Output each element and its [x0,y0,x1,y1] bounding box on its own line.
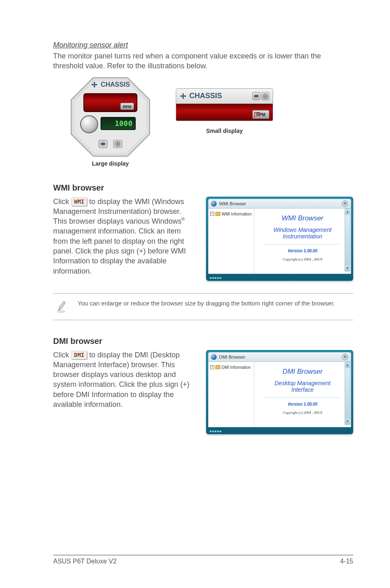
text-fragment: management information. Click an item fr… [53,227,186,275]
chassis-label-text: CHASSIS [101,81,130,88]
wmi-section-title: WMI browser [53,183,353,193]
chassis-label-text: CHASSIS [189,92,222,100]
copyright-text: Copyright (c) 2004 , ASUS [283,257,323,261]
large-display-column: CHASSIS RPM 1000 Large display [69,76,151,167]
content-pane: DMI Browser Desktop Management Interface… [254,362,351,427]
window-title-text: WMI Browser [219,201,246,206]
tree-item-label: DMI Information [222,365,251,370]
wmi-browser-window: WMI Browser ✕ + WMI Information WMI Brow… [206,197,353,281]
divider [265,244,339,245]
window-title-text: DMI Browser [219,355,245,359]
tree-root-item[interactable]: + WMI Information [210,212,252,216]
alert-panel-small: RPM [176,104,273,121]
window-body: + DMI Information DMI Browser Desktop Ma… [208,362,351,427]
svg-marker-14 [58,308,60,310]
dmi-paragraph: Click DMI to display the DMI (Desktop Ma… [53,350,194,410]
tree-item-label: WMI Information [222,212,251,216]
version-text: Version 1.00.00 [288,249,317,253]
text-fragment: Desktop Management [275,380,331,386]
tree-pane: + DMI Information [208,362,254,427]
text-fragment: Click [53,351,71,359]
svg-point-12 [57,310,65,313]
content-subtitle: Windows Management Instrumentation [273,227,332,240]
svg-rect-5 [101,145,105,146]
rpm-chip-small: RPM [252,110,269,119]
panel-mode-icon[interactable] [252,92,260,100]
svg-rect-8 [254,95,259,97]
version-text: Version 1.00.00 [288,402,317,406]
chassis-large-gauge: CHASSIS RPM 1000 [69,76,151,158]
chassis-small-gauge: CHASSIS RPM [176,88,273,121]
folder-icon [215,365,220,369]
tree-root-item[interactable]: + DMI Information [210,365,252,370]
registered-symbol: ® [182,217,185,222]
close-icon [263,94,268,99]
text-fragment: Click [53,197,71,206]
folder-icon [215,212,220,216]
small-display-column: CHASSIS RPM Small display [176,88,273,134]
svg-rect-10 [255,97,258,98]
text-fragment: Interface [291,386,314,393]
scroll-up-button[interactable]: ▲ [345,362,350,368]
dmi-toolbar-button[interactable]: DMI [71,351,87,359]
text-fragment: Instrumentation [283,233,323,240]
panel-close-icon[interactable] [113,140,122,148]
resize-handle[interactable] [210,277,221,279]
content-title: WMI Browser [282,214,323,222]
content-pane: WMI Browser Windows Management Instrumen… [254,209,351,274]
dmi-section-title: DMI browser [53,337,353,346]
pencil-icon [56,299,70,314]
rpm-chip-large: RPM [120,103,134,110]
note-callout: You can enlarge or reduce the browser si… [53,293,353,320]
svg-rect-13 [59,301,65,309]
window-titlebar: WMI Browser ✕ [208,199,351,209]
svg-rect-9 [255,94,258,95]
small-header: CHASSIS [176,88,273,104]
wmi-paragraph: Click WMI to display the WMI (Windows Ma… [53,197,194,276]
chassis-title-large: CHASSIS [69,81,151,88]
divider [265,397,339,398]
dmi-browser-window: DMI Browser ✕ + DMI Information DMI Brow… [206,350,353,434]
text-fragment: Windows Management [273,227,332,233]
resize-handle[interactable] [210,431,221,432]
note-text: You can enlarge or reduce the browser si… [78,299,335,307]
fan-icon [179,92,187,100]
globe-icon [211,201,217,206]
scrollbar[interactable]: ▲ ▼ [345,209,350,272]
window-body: + WMI Information WMI Browser Windows Ma… [208,209,351,274]
large-display-caption: Large display [92,160,129,167]
stack-icon [253,94,259,98]
stack-icon [100,142,106,146]
content-title: DMI Browser [282,368,323,376]
svg-rect-3 [101,143,105,145]
body-paragraph: The monitor panel turns red when a compo… [53,51,353,71]
page-footer: ASUS P6T Deluxe V2 4-15 [53,555,353,565]
copyright-text: Copyright (c) 2004 , ASUS [283,411,323,415]
tree-pane: + WMI Information [208,209,254,274]
panel-mode-icon[interactable] [99,140,108,148]
svg-rect-4 [101,142,105,143]
footer-product: ASUS P6T Deluxe V2 [53,558,117,565]
panel-close-icon[interactable] [261,92,269,100]
close-icon [115,141,120,146]
scroll-up-button[interactable]: ▲ [345,209,350,215]
lcd-value: 1000 [101,117,136,130]
scrollbar[interactable]: ▲ ▼ [345,362,350,425]
section-subheading: Monitoring sensor alert [53,41,353,49]
wmi-toolbar-button[interactable]: WMI [71,197,87,206]
expand-icon[interactable]: + [210,365,214,369]
window-titlebar: DMI Browser ✕ [208,352,351,362]
alert-panel-large: RPM [83,93,137,112]
expand-icon[interactable]: + [210,212,214,216]
small-display-caption: Small display [206,128,242,134]
globe-icon [211,354,217,360]
scroll-down-button[interactable]: ▼ [345,419,350,424]
window-close-button[interactable]: ✕ [342,200,348,207]
footer-page-number: 4-15 [340,558,353,565]
content-subtitle: Desktop Management Interface [275,380,331,394]
scroll-down-button[interactable]: ▼ [345,265,350,271]
fan-icon [91,81,98,88]
knob-control[interactable] [80,115,98,133]
window-close-button[interactable]: ✕ [342,354,348,360]
